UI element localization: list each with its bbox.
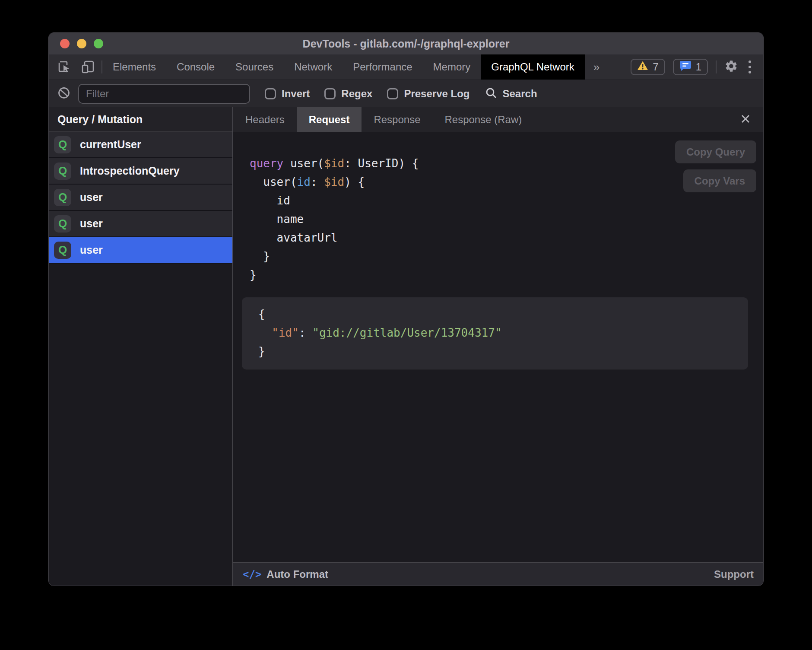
checkbox-group-invert: Invert (265, 88, 310, 100)
variables-code: { "id": "gid://gitlab/User/13704317"} (258, 305, 739, 361)
query-list-panel: Query / Mutation QcurrentUserQIntrospect… (49, 107, 232, 586)
kebab-menu-icon[interactable] (746, 61, 754, 73)
filter-checkboxes: InvertRegexPreserve Log (250, 88, 469, 100)
minimize-window-button[interactable] (77, 39, 86, 48)
issues-badge[interactable]: 1 (673, 59, 708, 75)
request-detail-panel: HeadersRequestResponseResponse (Raw) que… (233, 107, 763, 586)
code-line: "id": "gid://gitlab/User/13704317" (258, 324, 739, 342)
query-list: QcurrentUserQIntrospectionQueryQuserQuse… (49, 132, 232, 264)
copy-vars-button[interactable]: Copy Vars (683, 169, 756, 192)
query-name-label: currentUser (80, 138, 141, 151)
code-line: avatarUrl (250, 229, 763, 247)
search-icon (485, 87, 497, 101)
checkbox-label: Invert (282, 88, 310, 100)
devtools-tab-performance[interactable]: Performance (343, 54, 422, 80)
checkbox-label: Preserve Log (404, 88, 469, 100)
settings-gear-icon[interactable] (724, 59, 738, 75)
traffic-lights (60, 33, 103, 54)
checkbox-preserve-log[interactable] (387, 88, 398, 99)
query-list-item[interactable]: Quser (49, 185, 232, 211)
detail-tab-strip: HeadersRequestResponseResponse (Raw) (233, 107, 763, 132)
checkbox-regex[interactable] (324, 88, 336, 99)
detail-footer: </> Auto Format Support (233, 562, 763, 586)
query-name-label: user (80, 244, 103, 256)
devtools-tab-memory[interactable]: Memory (423, 54, 481, 80)
close-window-button[interactable] (60, 39, 70, 48)
query-list-item[interactable]: Quser (49, 237, 232, 264)
copy-query-button[interactable]: Copy Query (675, 140, 756, 163)
query-name-label: user (80, 217, 103, 230)
chat-bubble-icon (679, 60, 691, 74)
query-type-badge: Q (54, 162, 71, 180)
query-list-header: Query / Mutation (49, 107, 232, 132)
warnings-badge[interactable]: 7 (631, 59, 665, 75)
detail-tab-response-raw-[interactable]: Response (Raw) (432, 107, 534, 132)
close-detail-icon[interactable] (737, 111, 754, 129)
variables-box: { "id": "gid://gitlab/User/13704317"} (242, 297, 748, 370)
query-type-badge: Q (54, 242, 71, 259)
devtools-tab-elements[interactable]: Elements (102, 54, 166, 80)
zoom-window-button[interactable] (94, 39, 103, 48)
more-tabs-button[interactable]: » (585, 54, 608, 80)
query-name-label: IntrospectionQuery (80, 165, 180, 177)
query-type-badge: Q (54, 189, 71, 206)
inspect-element-icon[interactable] (57, 60, 71, 74)
code-line: } (250, 266, 763, 284)
device-toolbar-icon[interactable] (81, 60, 95, 74)
issues-count: 1 (696, 61, 701, 73)
checkbox-label: Regex (341, 88, 372, 100)
filter-bar: InvertRegexPreserve Log Search (49, 80, 763, 107)
checkbox-group-regex: Regex (324, 88, 372, 100)
query-list-item[interactable]: QIntrospectionQuery (49, 158, 232, 185)
detail-tab-request[interactable]: Request (297, 107, 362, 132)
devtools-tab-console[interactable]: Console (166, 54, 225, 80)
auto-format-button[interactable]: </> Auto Format (243, 568, 328, 580)
devtools-toolbar: ElementsConsoleSourcesNetworkPerformance… (49, 54, 763, 80)
query-type-badge: Q (54, 136, 71, 153)
request-content: query user($id: UserID) { user(id: $id) … (233, 132, 763, 562)
code-line: name (250, 210, 763, 229)
code-brackets-icon: </> (243, 568, 261, 580)
devtools-tab-network[interactable]: Network (284, 54, 343, 80)
code-line: } (250, 247, 763, 266)
devtools-tab-graphql-network[interactable]: GraphQL Network (481, 54, 585, 80)
clear-block-icon[interactable] (57, 86, 70, 101)
devtools-window: DevTools - gitlab.com/-/graphql-explorer… (48, 32, 764, 586)
checkbox-invert[interactable] (265, 88, 276, 99)
search-label: Search (502, 88, 537, 100)
devtools-tab-sources[interactable]: Sources (225, 54, 284, 80)
toolbar-right-cluster: 7 1 (631, 54, 763, 80)
query-name-label: user (80, 191, 103, 204)
devtools-tab-strip: ElementsConsoleSourcesNetworkPerformance… (102, 54, 585, 80)
warning-icon (637, 61, 648, 73)
toolbar-right-separator (716, 61, 717, 73)
code-line: } (258, 342, 739, 361)
code-line: id (250, 191, 763, 210)
support-link[interactable]: Support (714, 568, 754, 580)
copy-buttons: Copy Query Copy Vars (675, 140, 756, 192)
query-list-item[interactable]: Quser (49, 211, 232, 237)
query-type-badge: Q (54, 215, 71, 233)
warning-count: 7 (653, 61, 658, 73)
title-bar: DevTools - gitlab.com/-/graphql-explorer (49, 33, 763, 54)
window-title: DevTools - gitlab.com/-/graphql-explorer (303, 38, 510, 50)
checkbox-group-preserve-log: Preserve Log (387, 88, 469, 100)
detail-tab-headers[interactable]: Headers (233, 107, 297, 132)
filter-input[interactable] (78, 84, 250, 104)
query-list-item[interactable]: QcurrentUser (49, 132, 232, 158)
main-split: Query / Mutation QcurrentUserQIntrospect… (49, 107, 763, 586)
detail-tab-response[interactable]: Response (362, 107, 432, 132)
toolbar-left-icons (49, 54, 102, 80)
auto-format-label: Auto Format (266, 568, 328, 580)
search-button[interactable]: Search (485, 87, 537, 101)
code-line: { (258, 305, 739, 324)
